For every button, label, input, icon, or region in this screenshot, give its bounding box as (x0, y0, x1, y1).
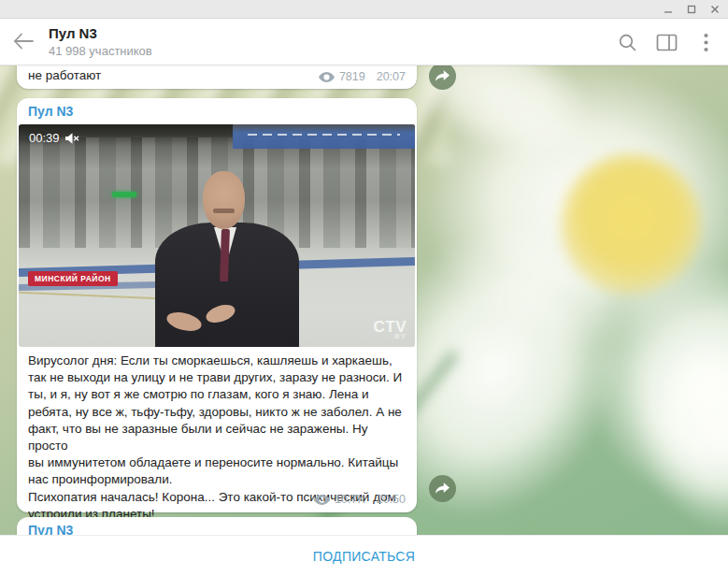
back-icon[interactable] (11, 30, 39, 54)
views-count: 10.7K (335, 493, 365, 506)
views-eye-icon (314, 495, 330, 505)
location-badge: МИНСКИЙ РАЙОН (28, 271, 118, 286)
window-titlebar (0, 0, 728, 19)
message-bubble-bottom[interactable]: Пул N3 (17, 517, 417, 535)
speaker-head (203, 171, 245, 229)
channel-title[interactable]: Пул N3 (49, 25, 97, 41)
chat-header: Пул N3 41 998 участников (0, 19, 728, 65)
channel-name-link[interactable]: Пул N3 (28, 523, 73, 535)
message-text: не работают (28, 68, 101, 82)
maximize-button[interactable] (684, 2, 699, 17)
minimize-button[interactable] (661, 2, 676, 17)
views-count: 7819 (339, 70, 365, 83)
search-icon[interactable] (616, 31, 638, 53)
channel-name-link[interactable]: Пул N3 (28, 104, 73, 119)
telegram-window: Пул N3 41 998 участников (0, 0, 728, 576)
ctv-watermark: CTV .BY (374, 321, 407, 340)
subscribe-button[interactable]: ПОДПИСАТЬСЯ (313, 549, 415, 564)
share-button[interactable] (429, 65, 456, 90)
split-view-icon[interactable] (655, 31, 678, 53)
menu-dots-icon[interactable] (694, 31, 717, 53)
chat-area: не работают 7819 20:07 Пул N3 (0, 65, 728, 535)
message-meta: 7819 20:07 (319, 70, 406, 83)
channel-subtitle: 41 998 участников (49, 44, 152, 58)
share-button[interactable] (429, 475, 456, 502)
message-bubble-top[interactable]: не работают 7819 20:07 (17, 65, 417, 89)
message-bubble-video[interactable]: Пул N3 00:39 (17, 98, 417, 512)
green-led (112, 192, 136, 197)
message-time: 20:07 (377, 70, 406, 83)
footer-bar: ПОДПИСАТЬСЯ (0, 535, 728, 576)
video-duration-overlay: 00:39 (29, 131, 79, 145)
message-meta: 10.7K 20:50 (314, 493, 406, 506)
window-controls (661, 0, 722, 19)
video-duration: 00:39 (29, 131, 60, 145)
message-time: 20:50 (377, 493, 406, 506)
video-thumbnail[interactable]: 00:39 МИНСКИЙ РАЙОН CTV .BY (19, 124, 415, 347)
blue-sign (233, 124, 415, 149)
views-eye-icon (319, 72, 335, 82)
muted-speaker-icon (65, 133, 79, 144)
close-button[interactable] (707, 2, 722, 17)
